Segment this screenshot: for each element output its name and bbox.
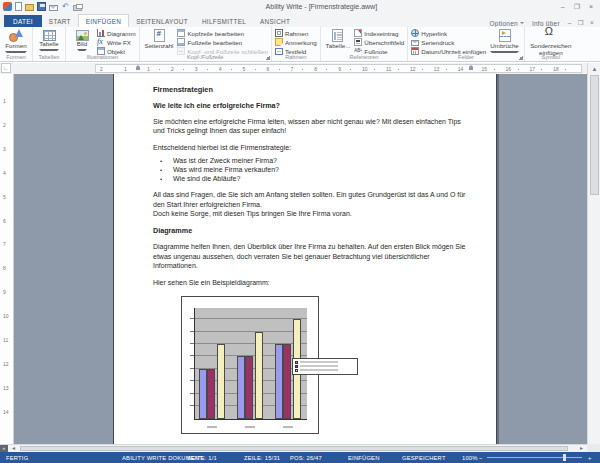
embedded-bar-chart[interactable] xyxy=(181,296,319,434)
anmerkung-button[interactable]: Anmerkung xyxy=(275,38,317,46)
horizontal-scroll-thumb[interactable] xyxy=(20,446,568,451)
bild-button[interactable]: Bild xyxy=(69,28,95,52)
zoom-in-button[interactable]: + xyxy=(588,455,592,461)
tab-seitenlayout[interactable]: SEITENLAYOUT xyxy=(129,15,195,27)
footer-icon xyxy=(177,38,185,46)
ruler-number: 7 xyxy=(290,66,293,72)
rahmen-button[interactable]: Rahmen xyxy=(275,29,317,37)
page-number-icon xyxy=(154,29,165,42)
seriendruck-button[interactable]: Seriendruck xyxy=(411,38,486,46)
zoom-slider-thumb[interactable] xyxy=(563,454,566,461)
tab-ansicht[interactable]: ANSICHT xyxy=(253,15,297,27)
page-text: Firmenstrategien Wie leite ich eine erfo… xyxy=(114,74,496,434)
dialog-launcher-icon[interactable] xyxy=(266,56,270,60)
group-caption: Felder xyxy=(408,54,524,60)
doc-close-button[interactable]: × xyxy=(590,19,594,27)
tabelle-referenz-button[interactable]: Tabelle... xyxy=(324,28,353,51)
ruler-tick xyxy=(446,69,447,70)
vertical-ruler[interactable]: 1234567891011121314 xyxy=(0,74,14,444)
ruler-number: 13 xyxy=(434,66,440,72)
zoom-slider-track[interactable] xyxy=(487,457,582,458)
vertical-scroll-thumb[interactable] xyxy=(590,75,599,195)
umbrueche-button[interactable]: Umbrüche xyxy=(488,28,521,54)
vertical-scrollbar[interactable]: ▲ ▼ xyxy=(587,63,600,452)
scroll-right-icon[interactable]: ▸ xyxy=(577,445,586,452)
ruler-number: 6 xyxy=(3,218,6,224)
table-of-contents-icon xyxy=(332,29,343,42)
horizontal-scrollbar[interactable]: « ◂ ▸ xyxy=(0,444,587,452)
tabelle-button[interactable]: Tabelle xyxy=(36,28,62,52)
group-caption: Kopf-/Fußzeile xyxy=(140,54,271,60)
close-button[interactable]: × xyxy=(589,3,593,10)
ruler-number: 14 xyxy=(458,66,464,72)
diagramm-button[interactable]: Diagramm xyxy=(97,29,136,37)
illustrationen-column: Diagramm Write FX Objekt xyxy=(97,28,136,55)
legend-entry xyxy=(295,368,355,372)
save-icon[interactable] xyxy=(37,2,46,11)
titlebar: ↶ Ability Write - [Firmenstrategie.aww] … xyxy=(0,0,600,13)
minimize-button[interactable]: – xyxy=(561,3,565,10)
mail-icon[interactable] xyxy=(49,5,58,11)
dialog-launcher-icon[interactable] xyxy=(519,56,523,60)
doc-minimize-button[interactable]: – xyxy=(568,19,572,27)
doc-heading-1: Firmenstrategien xyxy=(153,85,469,94)
formen-label: Formen xyxy=(5,43,26,53)
ueberschriftfeld-button[interactable]: Überschriftfeld xyxy=(354,38,404,46)
scroll-left-icon[interactable]: ◂ xyxy=(9,445,18,452)
sonderzeichen-button[interactable]: Sonderzeichen einfügen xyxy=(528,28,574,57)
ruler-number: 1 xyxy=(147,66,150,72)
undo-icon[interactable]: ↶ xyxy=(61,2,70,11)
print-icon[interactable] xyxy=(73,5,82,11)
status-line[interactable]: ZEILE: 15/31 xyxy=(244,455,280,461)
indexeintrag-button[interactable]: Indexeintrag xyxy=(354,29,404,37)
tab-einfuegen[interactable]: EINFÜGEN xyxy=(78,14,129,27)
seitenzahl-button[interactable]: Seitenzahl xyxy=(143,28,176,51)
write-fx-button[interactable]: Write FX xyxy=(97,38,136,46)
restore-button[interactable]: ❐ xyxy=(574,3,580,11)
ruler-number: 7 xyxy=(3,241,6,247)
legend-text-placeholder xyxy=(300,369,338,371)
group-caption: Formen xyxy=(0,54,32,60)
x-axis-label xyxy=(207,426,217,428)
tab-datei[interactable]: DATEI xyxy=(4,15,42,27)
group-caption: Referenzen xyxy=(321,54,408,60)
scrollbar-corner xyxy=(587,444,600,452)
horizontal-ruler[interactable]: 21123456789101112131415161718 xyxy=(95,64,582,73)
status-pos[interactable]: POS: 26/47 xyxy=(290,455,322,461)
header-icon xyxy=(177,29,185,37)
doc-heading-2: Wie leite ich eine erfolgreiche Firma? xyxy=(153,101,469,110)
indexeintrag-label: Indexeintrag xyxy=(364,30,398,37)
fusszeile-bearbeiten-button[interactable]: Fußzeile bearbeiten xyxy=(177,38,267,46)
tab-start[interactable]: START xyxy=(42,15,78,27)
options-menu[interactable]: Optionen xyxy=(490,20,524,27)
legend-swatch-series-3 xyxy=(295,369,298,372)
new-document-icon[interactable] xyxy=(15,2,22,11)
ribbon-group-formen: Formen Formen xyxy=(0,27,33,61)
page-browse-button[interactable]: « xyxy=(0,445,8,452)
ruler-corner-tab-selector[interactable]: ∟ xyxy=(1,63,11,73)
hyperlink-label: Hyperlink xyxy=(421,30,447,37)
status-insert-mode[interactable]: EINFÜGEN xyxy=(348,455,380,461)
ruler-row: ∟ 21123456789101112131415161718 xyxy=(0,63,600,74)
ruler-number: 3 xyxy=(3,146,6,152)
doc-heading-3: Diagramme xyxy=(153,226,469,235)
kopfzeile-bearbeiten-button[interactable]: Kopfzeile bearbeiten xyxy=(177,29,267,37)
doc-restore-button[interactable]: ❐ xyxy=(578,19,584,27)
status-page[interactable]: SEITE: 1/1 xyxy=(187,455,217,461)
chart-legend xyxy=(292,358,358,375)
ribbon: Formen Formen Tabelle Tabellen Bild Diag… xyxy=(0,27,600,62)
app-logo-icon[interactable] xyxy=(3,2,12,11)
zoom-level[interactable]: 100% xyxy=(462,455,478,461)
hyperlink-button[interactable]: Hyperlink xyxy=(411,29,486,37)
bar-series-1-group-3 xyxy=(275,344,283,419)
open-folder-icon[interactable] xyxy=(25,4,34,11)
scroll-up-icon[interactable]: ▲ xyxy=(589,64,600,74)
doc-paragraph: Diagramme helfen Ihnen, den Überblick üb… xyxy=(153,242,469,270)
zoom-out-button[interactable]: − xyxy=(479,455,483,461)
document-window-controls: – ❐ × xyxy=(568,19,594,27)
formen-button[interactable]: Formen xyxy=(3,28,29,54)
ruler-number: 6 xyxy=(267,66,270,72)
tab-hilfsmittel[interactable]: HILFSMITTEL xyxy=(195,15,253,27)
fx-icon xyxy=(97,38,105,46)
document-page[interactable]: Firmenstrategien Wie leite ich eine erfo… xyxy=(113,74,497,444)
